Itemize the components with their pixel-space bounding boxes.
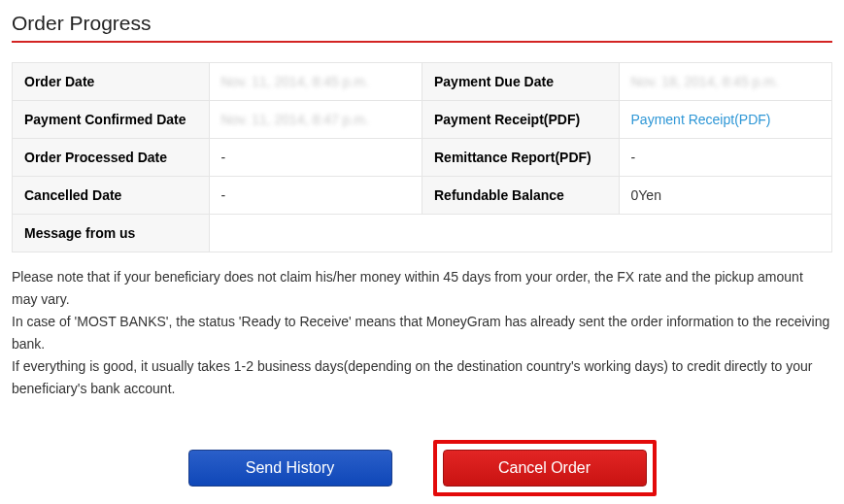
divider bbox=[12, 41, 832, 43]
cancelled-date-value: - bbox=[209, 177, 422, 215]
cancel-order-highlight: Cancel Order bbox=[433, 440, 657, 496]
remittance-report-label: Remittance Report(PDF) bbox=[422, 139, 619, 177]
payment-due-date-label: Payment Due Date bbox=[422, 63, 619, 101]
button-row: Send History Cancel Order bbox=[12, 440, 832, 504]
refundable-balance-value: 0Yen bbox=[619, 177, 831, 215]
message-from-us-value bbox=[209, 215, 831, 252]
payment-confirmed-date-label: Payment Confirmed Date bbox=[13, 101, 210, 139]
page-title: Order Progress bbox=[12, 12, 832, 35]
payment-receipt-label: Payment Receipt(PDF) bbox=[422, 101, 619, 139]
cancelled-date-label: Cancelled Date bbox=[13, 177, 210, 215]
order-progress-table: Order Date Nov. 11, 2014, 8:45 p.m. Paym… bbox=[12, 62, 832, 252]
send-history-button[interactable]: Send History bbox=[188, 450, 392, 487]
order-date-label: Order Date bbox=[13, 63, 210, 101]
order-processed-date-label: Order Processed Date bbox=[13, 139, 210, 177]
payment-due-date-value: Nov. 18, 2014, 8:45 p.m. bbox=[631, 74, 779, 89]
refundable-balance-label: Refundable Balance bbox=[422, 177, 619, 215]
order-date-value: Nov. 11, 2014, 8:45 p.m. bbox=[221, 74, 369, 89]
cancel-order-button[interactable]: Cancel Order bbox=[443, 450, 647, 487]
notes-text: Please note that if your beneficiary doe… bbox=[12, 266, 832, 401]
remittance-report-value: - bbox=[619, 139, 831, 177]
order-processed-date-value: - bbox=[209, 139, 422, 177]
payment-receipt-link[interactable]: Payment Receipt(PDF) bbox=[631, 112, 771, 127]
payment-confirmed-date-value: Nov. 11, 2014, 8:47 p.m. bbox=[221, 112, 369, 127]
message-from-us-label: Message from us bbox=[13, 215, 210, 252]
